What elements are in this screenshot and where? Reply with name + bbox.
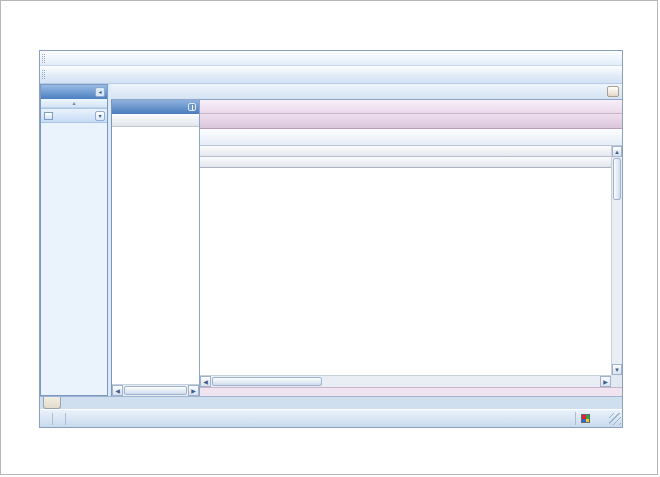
hscroll-track [323,376,600,387]
hscroll-thumb[interactable] [212,377,322,386]
scroll-thumb[interactable] [124,386,187,395]
app-window: ◂ ▴ ▾ [39,50,623,428]
pin-icon[interactable] [188,103,196,111]
scroll-left-icon[interactable]: ◀ [112,385,123,396]
style-palette-icon [581,414,590,423]
main-area: ◀ ▶ ▲ ▼ [111,84,622,396]
menu-bar [40,51,622,66]
sidebar-collapse-icon[interactable]: ◂ [95,87,105,97]
status-ready-text [53,413,66,425]
bottom-tab-strip [40,396,622,409]
navigation-sidebar: ◂ ▴ ▾ [40,84,108,396]
tree-column-header[interactable] [112,114,199,127]
main-toolbar [40,66,622,84]
sidebar-collapse-strip[interactable]: ▴ [41,99,107,108]
window-list-icon[interactable] [607,86,619,97]
scroll-right-icon[interactable]: ▶ [188,385,199,396]
document-tabs [111,84,622,100]
sidebar-group-partial[interactable]: ▾ [41,108,107,123]
scroll-right-icon[interactable]: ▶ [600,376,611,387]
tree-panel-header [112,100,199,114]
scroll-up-icon[interactable]: ▲ [612,146,622,157]
gantt-bottom-strip [200,387,622,396]
filter-bar [200,100,622,114]
gantt-vscrollbar[interactable]: ▲ ▼ [611,146,622,375]
timeline-day-row [200,157,611,168]
resize-grip[interactable] [609,413,621,425]
screenshot-canvas: ◂ ▴ ▾ [0,0,658,475]
vscroll-thumb[interactable] [613,158,621,200]
ui-style-button[interactable] [575,412,601,425]
scroll-left-icon[interactable]: ◀ [200,376,211,387]
company-name [40,413,53,425]
scroll-corner [611,375,622,387]
gantt-chart [200,168,611,375]
content-area: ◀ ▶ ▲ ▼ [111,100,622,396]
chevron-down-icon[interactable]: ▾ [95,111,105,121]
folder-tree [112,127,199,384]
project-folder-panel: ◀ ▶ [112,100,200,396]
tree-hscrollbar[interactable]: ◀ ▶ [112,384,199,396]
sidebar-title: ◂ [41,85,107,99]
gantt-hscrollbar[interactable]: ◀ ▶ [200,375,611,387]
group-icon [44,112,53,120]
toolbar-gripper[interactable] [42,70,45,79]
status-bar [40,409,622,427]
gantt-panel: ▲ ▼ ◀ ▶ [200,100,622,396]
gantt-tab-strip [200,114,622,129]
menu-gripper[interactable] [42,54,45,63]
tab-message-management[interactable] [43,397,61,409]
gantt-toolbar [200,129,622,146]
timeline-month-row [200,146,611,157]
scroll-down-icon[interactable]: ▼ [612,364,622,375]
